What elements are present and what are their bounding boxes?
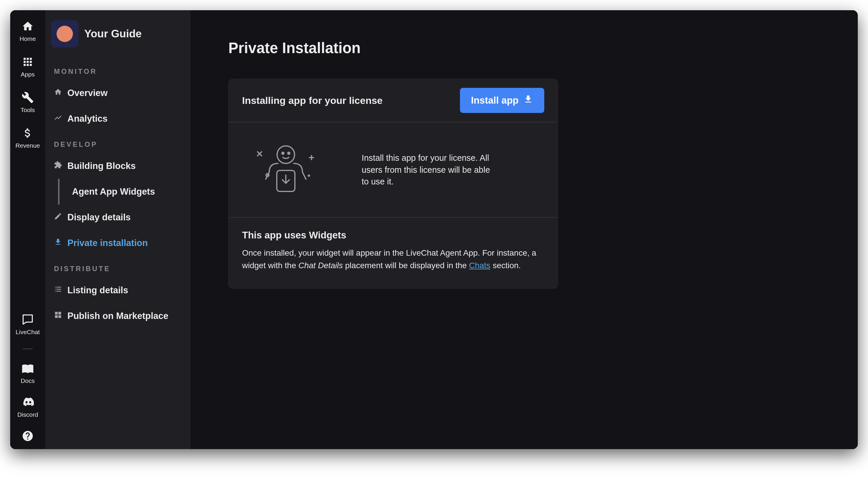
install-app-button-label: Install app: [471, 95, 519, 106]
rail-home-label: Home: [20, 35, 36, 42]
sidebar-item-publish-marketplace[interactable]: Publish on Marketplace: [45, 303, 190, 329]
rail-tools-label: Tools: [21, 107, 35, 114]
rail-livechat-label: LiveChat: [16, 329, 40, 336]
sidebar-item-label: Publish on Marketplace: [67, 311, 168, 321]
main-content: Private Installation Installing app for …: [190, 10, 858, 449]
section-monitor: MONITOR: [45, 59, 190, 80]
sidebar-item-analytics[interactable]: Analytics: [45, 106, 190, 131]
sidebar-item-label: Analytics: [67, 114, 107, 124]
sidebar-item-overview[interactable]: Overview: [45, 80, 190, 106]
svg-point-0: [277, 146, 294, 163]
app-icon-graphic: [57, 26, 73, 42]
rail-help[interactable]: [22, 430, 34, 443]
rail-top-group: Home Apps Tools Revenue: [16, 20, 40, 313]
puzzle-icon: [54, 161, 62, 171]
apps-grid-icon: [22, 56, 34, 69]
panel-body: Install this app for your license. All u…: [229, 123, 558, 217]
sidebar-subitem-agent-app-widgets[interactable]: Agent App Widgets: [58, 179, 190, 205]
panel-header-title: Installing app for your license: [242, 95, 383, 106]
app-title: Your Guide: [84, 28, 142, 40]
sidebar-item-label: Overview: [67, 88, 107, 98]
install-panel: Installing app for your license Install …: [228, 79, 558, 289]
home-outline-icon: [54, 88, 62, 98]
download-icon: [523, 94, 533, 107]
sidebar-item-label: Display details: [67, 212, 131, 223]
rail-divider: [23, 349, 33, 349]
help-circle-icon: [22, 438, 34, 443]
sidebar-app-header: Your Guide: [45, 20, 190, 59]
rail-apps-label: Apps: [21, 71, 35, 78]
sidebar: Your Guide MONITOR Overview Analytics DE…: [45, 10, 190, 449]
download-icon: [54, 238, 62, 248]
sidebar-subitem-label: Agent App Widgets: [72, 186, 155, 197]
svg-point-2: [287, 152, 290, 154]
sidebar-item-private-installation[interactable]: Private installation: [45, 230, 190, 256]
text-part: placement will be displayed in the: [343, 261, 469, 270]
svg-point-1: [282, 152, 284, 154]
sidebar-item-building-blocks[interactable]: Building Blocks: [45, 153, 190, 179]
rail-apps[interactable]: Apps: [21, 56, 35, 78]
app-icon: [51, 20, 79, 48]
text-part: section.: [490, 261, 521, 270]
list-icon: [54, 285, 62, 296]
section-develop: DEVELOP: [45, 131, 190, 153]
install-illustration: [242, 144, 330, 196]
book-icon: [22, 362, 34, 376]
page-title: Private Installation: [228, 39, 820, 57]
panel-widgets-info: This app uses Widgets Once installed, yo…: [229, 217, 558, 288]
sidebar-item-label: Building Blocks: [67, 161, 135, 171]
rail-docs[interactable]: Docs: [21, 362, 35, 384]
sidebar-item-listing-details[interactable]: Listing details: [45, 277, 190, 303]
widgets-heading: This app uses Widgets: [242, 230, 544, 241]
rail-discord-label: Discord: [17, 411, 38, 418]
rail-livechat[interactable]: LiveChat: [16, 313, 40, 336]
rail-bottom-group: LiveChat Docs Discord: [16, 313, 40, 443]
rail-revenue-label: Revenue: [16, 142, 40, 149]
sidebar-item-display-details[interactable]: Display details: [45, 205, 190, 230]
icon-rail: Home Apps Tools Revenue: [10, 10, 45, 449]
rail-discord[interactable]: Discord: [17, 396, 38, 418]
pencil-icon: [54, 212, 62, 223]
discord-icon: [22, 396, 34, 410]
widgets-description: Once installed, your widget will appear …: [242, 247, 544, 272]
sidebar-item-label: Listing details: [67, 285, 128, 296]
panel-header: Installing app for your license Install …: [229, 79, 558, 123]
app-window: Home Apps Tools Revenue: [10, 10, 858, 449]
chart-line-icon: [54, 114, 62, 124]
wrench-icon: [22, 91, 34, 105]
text-italic: Chat Details: [299, 261, 343, 270]
chats-link[interactable]: Chats: [469, 261, 490, 270]
home-icon: [22, 20, 34, 34]
rail-docs-label: Docs: [21, 377, 35, 384]
chat-bubble-icon: [22, 313, 34, 327]
grid-icon: [54, 311, 62, 321]
sidebar-item-label: Private installation: [67, 238, 148, 248]
section-distribute: DISTRIBUTE: [45, 256, 190, 277]
panel-body-text: Install this app for your license. All u…: [362, 152, 493, 188]
install-app-button[interactable]: Install app: [460, 88, 544, 113]
svg-point-9: [308, 175, 310, 177]
rail-tools[interactable]: Tools: [21, 91, 35, 114]
dollar-icon: [22, 127, 34, 140]
rail-revenue[interactable]: Revenue: [16, 127, 40, 149]
rail-home[interactable]: Home: [20, 20, 36, 42]
